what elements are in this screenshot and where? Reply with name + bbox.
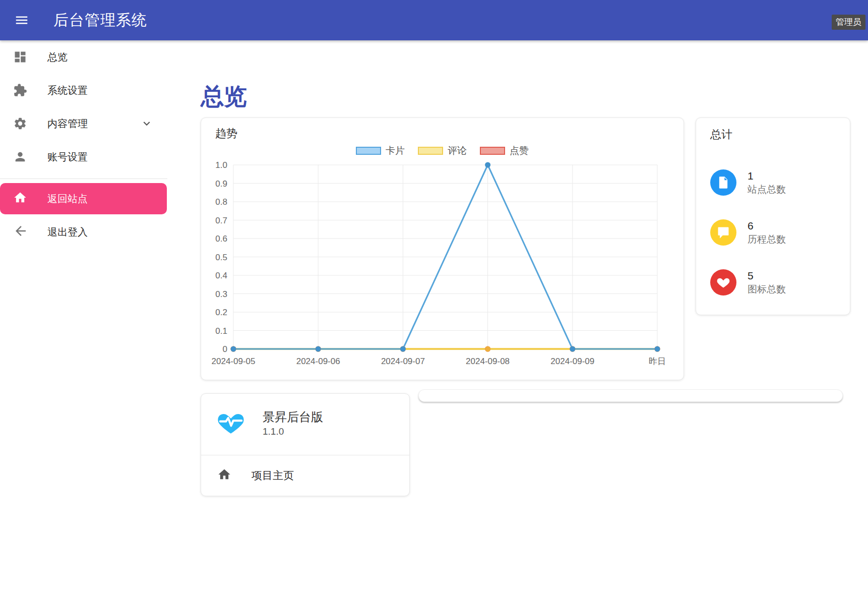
svg-text:0.5: 0.5 (215, 253, 227, 262)
about-card: 景昇后台版 1.1.0 项目主页 (201, 393, 410, 496)
puzzle-icon (13, 83, 27, 97)
svg-text:2024-09-09: 2024-09-09 (550, 357, 594, 366)
sidebar-item-label: 系统设置 (47, 84, 88, 97)
svg-text:0.6: 0.6 (215, 234, 227, 244)
gear-icon (13, 116, 27, 131)
svg-text:0.3: 0.3 (215, 289, 227, 299)
sidebar-divider (0, 179, 167, 179)
about-card-top: 景昇后台版 1.1.0 (201, 394, 409, 455)
stat-value: 5 (748, 269, 786, 283)
sidebar-item-label: 账号设置 (47, 150, 88, 164)
heart-pulse-icon (216, 408, 245, 437)
app-window: 后台管理系统 管理员 总览系统设置内容管理账号设置 返回站点 退出登入 总览 趋… (0, 0, 868, 590)
app-title: 后台管理系统 (53, 10, 147, 31)
heart-icon (710, 269, 736, 296)
sidebar-item-system-settings[interactable]: 系统设置 (0, 74, 167, 107)
product-name: 景昇后台版 (263, 409, 323, 425)
arrow-left-icon (13, 223, 28, 241)
trend-chart: 00.10.20.30.40.50.60.70.80.91.02024-09-0… (201, 118, 685, 381)
comment-icon (710, 219, 736, 246)
home-icon (217, 467, 231, 484)
svg-text:0.7: 0.7 (215, 216, 227, 225)
sidebar-item-label: 总览 (47, 50, 68, 64)
sidebar-item-overview[interactable]: 总览 (0, 40, 167, 74)
svg-text:1.0: 1.0 (215, 160, 227, 170)
app-header: 后台管理系统 管理员 (0, 0, 868, 40)
totals-title: 总计 (710, 127, 732, 142)
stat-value: 1 (748, 169, 786, 183)
svg-text:0.9: 0.9 (215, 179, 227, 189)
back-to-site-label: 返回站点 (47, 192, 88, 206)
project-home-link[interactable]: 项目主页 (201, 455, 409, 496)
svg-text:0.8: 0.8 (215, 197, 227, 207)
logout-label: 退出登入 (47, 225, 88, 239)
stat-label: 图标总数 (748, 283, 786, 296)
trend-chart-card: 趋势 卡片评论点赞 00.10.20.30.40.50.60.70.80.91.… (201, 117, 684, 380)
sidebar-item-label: 内容管理 (47, 117, 88, 131)
stat-label: 历程总数 (748, 233, 786, 246)
stat-row: 6历程总数 (710, 207, 842, 257)
svg-text:2024-09-05: 2024-09-05 (212, 357, 256, 366)
svg-text:0.1: 0.1 (215, 326, 227, 336)
logout-button[interactable]: 退出登入 (0, 214, 167, 250)
stat-row: 1站点总数 (710, 157, 842, 207)
menu-hamburger-icon[interactable] (13, 12, 30, 29)
document-icon (710, 169, 736, 196)
svg-text:0.4: 0.4 (215, 271, 227, 280)
dashboard-icon (13, 50, 27, 64)
totals-stats: 1站点总数6历程总数5图标总数 (710, 157, 842, 307)
stat-label: 站点总数 (748, 183, 786, 196)
project-home-label: 项目主页 (252, 468, 294, 483)
sidebar-item-account-settings[interactable]: 账号设置 (0, 140, 167, 173)
person-icon (13, 150, 27, 164)
svg-text:0.2: 0.2 (215, 308, 227, 317)
home-icon (13, 191, 27, 207)
sidebar: 总览系统设置内容管理账号设置 返回站点 退出登入 (0, 40, 167, 590)
sidebar-item-content-management[interactable]: 内容管理 (0, 107, 167, 140)
svg-text:2024-09-06: 2024-09-06 (296, 357, 340, 366)
svg-text:0: 0 (223, 344, 227, 354)
chevron-down-icon[interactable] (140, 117, 153, 130)
stat-value: 6 (748, 219, 786, 233)
back-to-site-button[interactable]: 返回站点 (0, 183, 167, 214)
empty-card-bar (418, 389, 843, 402)
svg-text:2024-09-08: 2024-09-08 (466, 357, 510, 366)
svg-text:昨日: 昨日 (649, 357, 666, 366)
user-role-badge: 管理员 (832, 15, 865, 30)
svg-text:2024-09-07: 2024-09-07 (381, 357, 425, 366)
sidebar-nav: 总览系统设置内容管理账号设置 (0, 40, 167, 173)
page-title: 总览 (201, 81, 247, 112)
product-version: 1.1.0 (263, 426, 284, 437)
totals-card: 总计 1站点总数6历程总数5图标总数 (696, 117, 850, 315)
stat-row: 5图标总数 (710, 257, 842, 307)
